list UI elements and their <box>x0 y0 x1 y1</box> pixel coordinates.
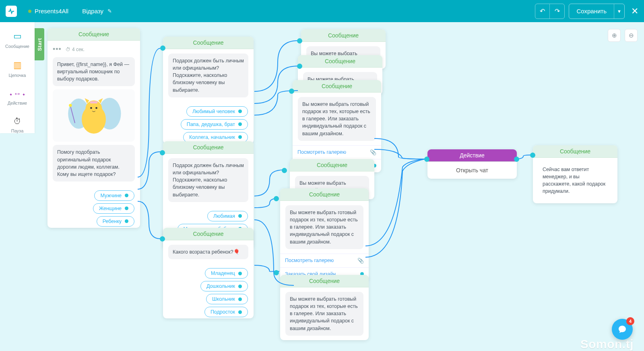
ellipsis-icon[interactable]: ••• <box>53 45 62 54</box>
message-bubble: Вы можете выбрать готовый подарок из тех… <box>298 97 376 141</box>
node-port[interactable] <box>274 270 279 275</box>
option-button[interactable]: Коллега, начальник <box>183 132 248 142</box>
node-header: Сообщение <box>280 188 369 201</box>
edit-icon[interactable]: ✎ <box>107 8 112 14</box>
node-port[interactable] <box>160 236 165 242</box>
flow-canvas[interactable]: Сообщение •••⏱ 4 сек. Привет, {{first_na… <box>0 22 644 351</box>
project-name[interactable]: Presents4All <box>28 8 68 14</box>
link-button[interactable]: Посмотреть галерею📎 <box>280 254 369 267</box>
undo-button[interactable]: ↶ <box>535 4 550 19</box>
node-header: Сообщение <box>290 159 374 171</box>
start-tab[interactable]: Start <box>35 28 44 60</box>
option-button[interactable]: Ребенку <box>97 216 134 227</box>
message-icon: ▭ <box>13 31 22 41</box>
message-bubble: Сейчас вам ответит менеджер, и вы расска… <box>538 162 612 199</box>
option-button[interactable]: Папа, дедушка, брат <box>181 119 248 130</box>
node-header: Сообщение <box>533 145 617 158</box>
option-button[interactable]: Любимая <box>207 211 248 221</box>
node-port[interactable] <box>282 168 287 173</box>
message-bubble: Подарок должен быть личным или официальн… <box>168 54 248 97</box>
notification-badge: 4 <box>626 317 634 325</box>
node-header: Сообщение <box>298 55 382 68</box>
message-image <box>53 89 135 142</box>
node-port[interactable] <box>297 64 302 69</box>
message-bubble: Привет, {{first_name}}, я Фей — виртуаль… <box>53 57 135 86</box>
option-button[interactable]: Мужчине <box>94 190 134 201</box>
option-button[interactable]: Женщине <box>93 203 134 214</box>
node-header: Сообщение <box>163 228 254 240</box>
action-icon: ⬩↔⬩ <box>8 89 26 98</box>
link-button[interactable]: Посмотреть галерею📎 <box>293 145 381 159</box>
tool-chain[interactable]: ▥Цепочка <box>0 60 35 78</box>
message-bubble: Подарок должен быть личным или официальн… <box>168 158 248 202</box>
tool-pause[interactable]: ⏱Пауза <box>0 117 35 133</box>
zoom-out-button[interactable]: ⊖ <box>625 29 638 42</box>
node-action[interactable]: Действие Открыть чат <box>427 149 517 179</box>
chain-icon: ▥ <box>13 60 22 70</box>
top-bar: Presents4All Відразу✎ ↶ ↷ Сохранить ▼ ✕ <box>0 0 644 22</box>
node-message-gallery[interactable]: Сообщение Вы можете выбрать готовый пода… <box>280 275 369 340</box>
node-port[interactable] <box>160 45 165 51</box>
node-header: Сообщение <box>280 275 369 287</box>
node-message-male[interactable]: Сообщение Подарок должен быть личным или… <box>163 37 254 144</box>
watermark: Somon.tj <box>580 337 634 351</box>
option-button[interactable]: Школьник <box>206 294 248 304</box>
svg-point-4 <box>90 107 92 109</box>
svg-point-5 <box>95 107 97 109</box>
node-port[interactable] <box>530 153 535 158</box>
node-header: Сообщение <box>293 80 381 93</box>
save-button-group: Сохранить ▼ <box>569 4 625 19</box>
status-dot <box>28 10 31 13</box>
node-message-gallery[interactable]: Сообщение Вы можете выбрать готовый пода… <box>280 188 369 281</box>
node-header: Действие <box>427 149 517 162</box>
flow-name[interactable]: Відразу✎ <box>82 8 112 14</box>
message-bubble: Помогу подобрать оригинальный подарок до… <box>53 145 135 182</box>
node-message-final[interactable]: Сообщение Сейчас вам ответит менеджер, и… <box>533 145 617 203</box>
redo-button[interactable]: ↷ <box>550 4 564 19</box>
delay-indicator: ⏱ 4 сек. <box>66 47 85 52</box>
node-message-child[interactable]: Сообщение Какого возраста ребенок?🎈 Млад… <box>163 228 254 318</box>
close-button[interactable]: ✕ <box>631 6 638 17</box>
node-port[interactable] <box>289 89 294 94</box>
action-label: Открыть чат <box>427 162 517 179</box>
message-bubble: Вы можете выбрать готовый подарок из тех… <box>285 292 363 336</box>
tool-message[interactable]: ▭Сообщение <box>0 31 35 49</box>
attachment-icon: 📎 <box>370 149 376 155</box>
node-header: Сообщение <box>163 37 254 49</box>
option-button[interactable]: Подросток <box>204 307 248 317</box>
undo-redo-group: ↶ ↷ <box>535 4 565 19</box>
save-button[interactable]: Сохранить <box>569 4 614 19</box>
save-dropdown[interactable]: ▼ <box>614 4 624 19</box>
zoom-in-button[interactable]: ⊕ <box>608 29 621 42</box>
svg-rect-6 <box>90 101 98 104</box>
tool-sidebar: ▭Сообщение ▥Цепочка ⬩↔⬩Действие ⏱Пауза <box>0 22 35 133</box>
node-port[interactable] <box>297 38 302 43</box>
message-bubble: Вы можете выбрать готовый подарок из тех… <box>285 205 363 249</box>
option-button[interactable]: Дошкольник <box>200 281 248 291</box>
node-start-message[interactable]: Сообщение •••⏱ 4 сек. Привет, {{first_na… <box>47 28 140 228</box>
chat-widget-button[interactable]: 4 <box>612 319 633 340</box>
node-message-gallery[interactable]: Сообщение Вы можете выбрать готовый пода… <box>293 80 381 172</box>
node-header: Сообщение <box>301 29 386 42</box>
tool-action[interactable]: ⬩↔⬩Действие <box>0 89 35 105</box>
node-port[interactable] <box>274 196 279 201</box>
node-port[interactable] <box>160 150 165 155</box>
node-port[interactable] <box>514 157 519 162</box>
message-bubble: Какого возраста ребенок?🎈 <box>168 245 248 259</box>
node-header: Сообщение <box>47 28 140 41</box>
option-button[interactable]: Любимый человек <box>186 106 248 117</box>
node-port[interactable] <box>424 157 429 162</box>
app-logo[interactable] <box>6 6 17 17</box>
option-button[interactable]: Младенец <box>205 268 248 279</box>
node-header: Сообщение <box>163 141 254 154</box>
pause-icon: ⏱ <box>13 117 21 126</box>
svg-point-8 <box>69 104 72 107</box>
zoom-controls: ⊕ ⊖ <box>608 29 638 42</box>
attachment-icon: 📎 <box>357 258 364 264</box>
